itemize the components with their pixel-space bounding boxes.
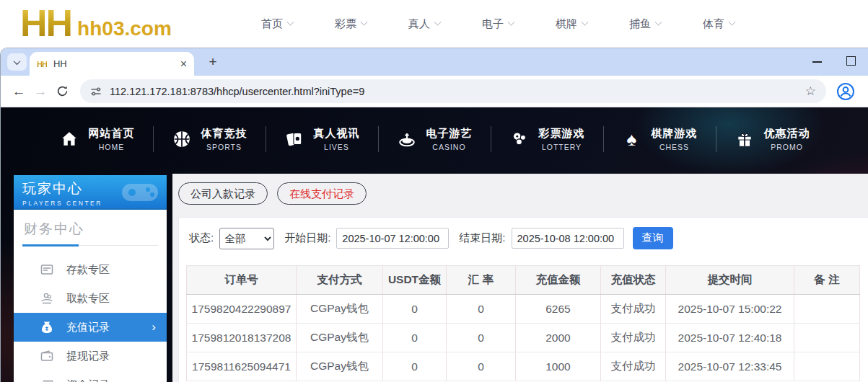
cell-remark [794,352,860,381]
profile-avatar-icon[interactable] [836,82,855,101]
col-remark: 备 注 [794,266,860,295]
sidebar-item-withdrawal-records[interactable]: 提现记录 [14,342,167,370]
hand-money-icon [40,291,54,306]
nav-item-home[interactable]: 网站首页HOME [41,127,153,151]
sidebar-item-deposit-zone[interactable]: 存款专区 [14,255,167,284]
cell-submit-time: 2025-10-07 15:00:22 [666,295,794,324]
site-settings-icon[interactable] [90,86,102,97]
banner-nav-fishing[interactable]: 捕鱼 [629,17,661,31]
cell-usdt-amount: 0 [383,324,447,352]
filter-row: 状态: 全部 开始日期: 结束日期: 查询 [179,218,868,258]
status-label: 状态: [189,231,214,245]
end-date-input[interactable] [512,228,624,249]
window-minimize-button[interactable] [812,61,822,63]
window-maximize-button[interactable] [846,56,856,66]
tab-online-payment-records[interactable]: 在线支付记录 [277,182,367,205]
col-usdt-amount: USDT金额 [383,266,447,295]
basketball-icon [172,129,192,149]
player-center-sidebar: 玩家中心 PLAYERS CENTER 财务中心 存款专区 [14,175,167,382]
col-order-id: 订单号 [187,266,297,295]
logo-domain-text: hh03.com [77,17,172,40]
new-tab-button[interactable]: + [204,53,222,71]
nav-item-promo[interactable]: 优惠活动PROMO [716,127,828,151]
banner-nav-lottery[interactable]: 彩票 [335,17,367,31]
cell-remark [794,324,860,352]
table-row: 1759811625094471 CGPay钱包 0 0 1000 支付成功 2… [187,352,860,381]
cell-remark [794,295,860,324]
nav-item-chess[interactable]: ♠ 棋牌游戏CHESS [604,127,716,151]
cell-submit-time: 2025-10-07 12:33:45 [666,352,794,381]
deposit-icon [40,262,54,277]
sidebar-section-title: 财务中心 [22,220,158,246]
cell-usdt-amount: 0 [383,352,447,381]
nav-item-live[interactable]: 真人视讯LIVES [266,127,378,151]
top-banner: HH hh03.com 首页 彩票 真人 电子 棋牌 捕鱼 体育 [0,0,868,48]
cell-exchange-rate: 0 [447,352,516,381]
cards-icon [284,129,304,149]
cell-order-id: 1759820422290897 [187,295,297,324]
nav-item-casino[interactable]: 电子游艺CASINO [379,127,491,151]
nav-item-sports[interactable]: 体育竞技SPORTS [154,127,266,151]
search-button[interactable]: 查询 [633,227,673,249]
roulette-icon [397,129,417,149]
banner-nav-home[interactable]: 首页 [261,17,293,31]
chevron-right-icon: › [152,320,156,334]
start-date-input[interactable] [336,228,449,249]
logo-hh-text: HH [20,1,71,45]
chevron-down-icon [434,18,442,25]
cell-recharge-status: 支付成功 [601,352,666,381]
banner-nav-sports[interactable]: 体育 [703,17,735,31]
banner-nav: 首页 彩票 真人 电子 棋牌 捕鱼 体育 [261,0,735,48]
browser-toolbar: ← → 112.121.172.181:8783/hhcp/usercenter… [1,76,868,107]
sidebar-item-withdraw-zone[interactable]: 取款专区 [14,284,167,313]
site-content: 网站首页HOME 体育竞技SPORTS 真人视讯LIVES [1,107,868,382]
chevron-down-icon [14,58,21,65]
chevron-down-icon [729,18,736,25]
address-bar[interactable]: 112.121.172.181:8783/hhcp/usercenter.htm… [80,79,826,103]
col-submit-time: 提交时间 [666,266,794,295]
reload-button[interactable] [51,85,73,97]
tab-close-icon[interactable]: × [180,58,187,70]
col-exchange-rate: 汇 率 [447,266,516,295]
banner-nav-chess[interactable]: 棋牌 [556,17,587,31]
tab-search-button[interactable] [7,53,27,71]
banner-nav-live[interactable]: 真人 [408,17,440,31]
sidebar-header: 玩家中心 PLAYERS CENTER [14,175,167,210]
cell-order-id: 1759812018137208 [187,324,297,352]
home-icon [59,129,79,149]
spade-icon: ♠ [622,129,642,149]
cell-recharge-amount: 2000 [516,324,601,352]
tab-favicon: HH [37,60,47,68]
col-recharge-amount: 充值金额 [516,266,601,295]
cell-pay-method: CGPay钱包 [297,324,383,352]
browser-tab[interactable]: HH HH × [30,52,194,76]
cell-usdt-amount: 0 [383,295,447,324]
cell-exchange-rate: 0 [447,295,516,324]
site-logo: HH hh03.com [20,1,172,45]
records-panel: 状态: 全部 开始日期: 结束日期: 查询 [178,217,868,382]
records-table: 订单号 支付方式 USDT金额 汇 率 充值金额 充值状态 提交时间 备 注 [186,265,860,381]
tab-title: HH [53,58,67,69]
sidebar-item-funds-records[interactable]: 资金记录 [14,370,167,382]
status-select[interactable]: 全部 [219,228,274,249]
forward-button[interactable]: → [30,84,51,99]
back-button[interactable]: ← [8,84,30,99]
records-main: 公司入款记录 在线支付记录 状态: 全部 开始日期: 结束日期: 查询 [172,174,868,382]
sidebar-item-recharge-records[interactable]: 充值记录 › [14,313,167,342]
nav-item-lottery[interactable]: 彩票游戏LOTTERY [491,127,603,151]
gamepad-icon [118,178,162,207]
record-tabs: 公司入款记录 在线支付记录 [172,174,868,205]
chevron-down-icon [287,18,294,25]
cell-recharge-status: 支付成功 [601,324,666,352]
url-text[interactable]: 112.121.172.181:8783/hhcp/usercenter.htm… [110,86,797,97]
browser-tabstrip: HH HH × + [1,48,868,76]
chevron-down-icon [361,18,368,25]
cell-exchange-rate: 0 [447,324,516,352]
end-date-label: 结束日期: [459,231,505,245]
table-row: 1759812018137208 CGPay钱包 0 0 2000 支付成功 2… [187,324,860,352]
banner-nav-slots[interactable]: 电子 [482,17,514,31]
tab-company-deposit-records[interactable]: 公司入款记录 [178,182,268,205]
banknotes-icon [40,378,54,382]
bookmark-star-icon[interactable]: ☆ [805,84,816,99]
cell-submit-time: 2025-10-07 12:40:18 [666,324,794,352]
